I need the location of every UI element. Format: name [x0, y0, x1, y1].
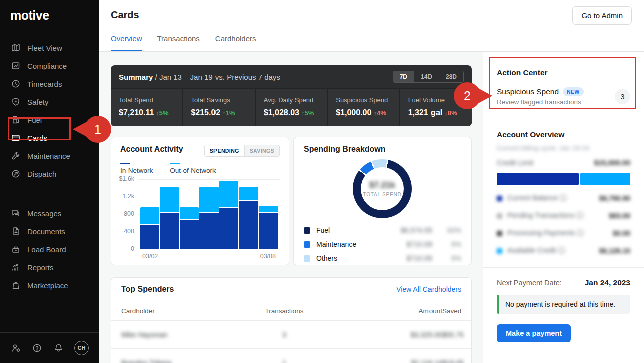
processing-payments-row: Processing Payments ⓘ $0.00 — [497, 229, 630, 238]
y-tick: 400 — [124, 228, 134, 235]
sidebar-item-label: Load Board — [27, 245, 66, 254]
credit-used-bar — [497, 173, 579, 185]
toggle-spending[interactable]: SPENDING — [205, 145, 245, 156]
sidebar-item-cards[interactable]: Cards — [0, 129, 99, 147]
dispatch-icon — [11, 169, 21, 179]
activity-bar — [140, 207, 159, 249]
fuel-swatch — [304, 227, 310, 234]
metric-label: Avg. Daily Spend — [264, 96, 319, 104]
account-activity-title: Account Activity — [120, 145, 183, 154]
action-item-subtitle: Review flagged transactions — [497, 98, 615, 106]
credit-limit-label: Credit Limit — [497, 159, 533, 167]
sidebar-item-maintenance[interactable]: Maintenance — [0, 147, 99, 165]
col-cardholder: Cardholder — [121, 307, 237, 315]
metric-suspicious-spend: Suspicious Spend $1,000.00↑4% — [327, 89, 399, 126]
view-all-cardholders-link[interactable]: View All Cardholders — [396, 285, 461, 293]
user-avatar[interactable]: CH — [74, 341, 89, 355]
bar-out-network — [259, 206, 278, 213]
sidebar-item-fuel[interactable]: Fuel — [0, 111, 99, 129]
activity-bar-chart: $1.6k 1.2k 800 400 0 — [120, 179, 280, 249]
shopping-bag-icon — [11, 280, 21, 290]
breakdown-label: Fuel — [316, 226, 377, 234]
legend-label: In-Network — [120, 167, 153, 174]
bar-in-network — [219, 208, 238, 249]
available-credit-dot — [497, 248, 502, 254]
reports-icon — [11, 262, 21, 272]
activity-bar — [259, 206, 278, 249]
sidebar-item-label: Fleet View — [27, 44, 62, 52]
sidebar-item-load-board[interactable]: Load Board — [0, 240, 99, 258]
col-amount: Amount — [332, 307, 442, 315]
go-to-admin-button[interactable]: Go to Admin — [572, 6, 632, 25]
tab-transactions[interactable]: Transactions — [157, 34, 200, 51]
activity-legend: In-Network Out-of-Network — [120, 163, 280, 174]
metric-label: Total Savings — [191, 96, 246, 104]
sidebar-item-reports[interactable]: Reports — [0, 258, 99, 276]
total-spend-value: $7.21k — [369, 180, 395, 190]
toggle-savings[interactable]: SAVINGS — [245, 145, 279, 156]
user-settings-icon[interactable] — [10, 342, 21, 353]
cell-amount: $2,116.14 — [332, 359, 442, 363]
make-a-payment-button[interactable]: Make a payment — [497, 324, 571, 342]
cell-cardholder: Mike Haysman — [121, 331, 237, 339]
sidebar-item-label: Messages — [27, 209, 61, 218]
col-transactions: Transactions — [237, 307, 332, 315]
wrench-icon — [11, 151, 21, 161]
summary-card: Summary / Jan 13 – Jan 19 vs. Previous 7… — [111, 65, 472, 126]
legend-out-of-network: Out-of-Network — [170, 163, 216, 174]
range-14d[interactable]: 14D — [414, 71, 439, 82]
metric-fuel-volume: Fuel Volume 1,321 gal↓8% — [399, 89, 472, 126]
activity-bar — [160, 187, 179, 249]
spending-breakdown-card: Spending Breakdown $7.21k TOTAL SPEND Fu… — [293, 137, 472, 265]
help-icon[interactable] — [32, 342, 43, 353]
sidebar-item-dispatch[interactable]: Dispatch — [0, 165, 99, 183]
sidebar-item-label: Maintenance — [27, 152, 70, 160]
breakdown-amount: $710.09 — [377, 240, 432, 248]
spending-donut-chart: $7.21k TOTAL SPEND — [353, 159, 412, 218]
others-swatch — [304, 255, 310, 262]
range-28d[interactable]: 28D — [439, 71, 463, 82]
tab-overview[interactable]: Overview — [111, 34, 142, 51]
credit-available-bar — [580, 173, 630, 185]
row-value: $0.00 — [613, 229, 630, 237]
bar-in-network — [259, 213, 278, 249]
top-spenders-card: Top Spenders View All Cardholders Cardho… — [111, 277, 472, 363]
notifications-bell-icon[interactable] — [53, 342, 64, 353]
sidebar-item-documents[interactable]: Documents — [0, 222, 99, 240]
spending-savings-toggle: SPENDING SAVINGS — [204, 145, 280, 157]
table-row[interactable]: Brandon Triberg 1 $2,116.14 $19.05 — [111, 349, 471, 363]
y-axis: $1.6k 1.2k 800 400 0 — [120, 179, 138, 249]
bar-in-network — [199, 213, 219, 249]
activity-bar — [180, 207, 199, 249]
y-tick: 800 — [124, 210, 134, 217]
processing-payments-dot — [497, 231, 502, 236]
tab-cardholders[interactable]: Cardholders — [215, 34, 256, 51]
metric-total-spend: Total Spend $7,210.11↑5% — [111, 89, 182, 126]
range-7d[interactable]: 7D — [393, 71, 414, 82]
pending-transactions-dot — [497, 213, 502, 219]
range-toggle: 7D 14D 28D — [393, 71, 464, 83]
next-payment-label: Next Payment Date: — [497, 279, 562, 287]
y-tick: $1.6k — [119, 175, 134, 182]
row-value: $8,790.90 — [599, 194, 630, 202]
breakdown-row-maintenance: Maintenance $710.09 9% — [304, 237, 461, 251]
sidebar-item-timecards[interactable]: Timecards — [0, 75, 99, 93]
action-center-item[interactable]: Suspicious Spend NEW Review flagged tran… — [497, 87, 630, 106]
billing-cycle-text: Current billing cycle: Jan 19-24 — [497, 144, 630, 152]
sidebar-item-safety[interactable]: Safety — [0, 93, 99, 111]
breakdown-label: Others — [316, 254, 377, 262]
sidebar-item-messages[interactable]: Messages — [0, 204, 99, 222]
payment-notice: No payment is required at this time. — [497, 295, 630, 314]
sidebar-footer: CH — [0, 332, 99, 363]
sidebar-item-label: Safety — [27, 98, 49, 106]
summary-date-range: / Jan 13 – Jan 19 vs. Previous 7 days — [155, 73, 280, 81]
sidebar-item-compliance[interactable]: Compliance — [0, 57, 99, 75]
maintenance-swatch — [304, 241, 310, 248]
metric-value: 1,321 gal — [408, 108, 443, 117]
sidebar-item-fleet-view[interactable]: Fleet View — [0, 39, 99, 57]
table-row[interactable]: Mike Haysman 3 $3,325.00 $55.75 — [111, 321, 471, 349]
sidebar-item-label: Compliance — [27, 62, 67, 70]
bar-out-network — [199, 187, 219, 213]
sidebar-item-marketplace[interactable]: Marketplace — [0, 276, 99, 294]
sidebar-item-label: Documents — [27, 227, 65, 236]
